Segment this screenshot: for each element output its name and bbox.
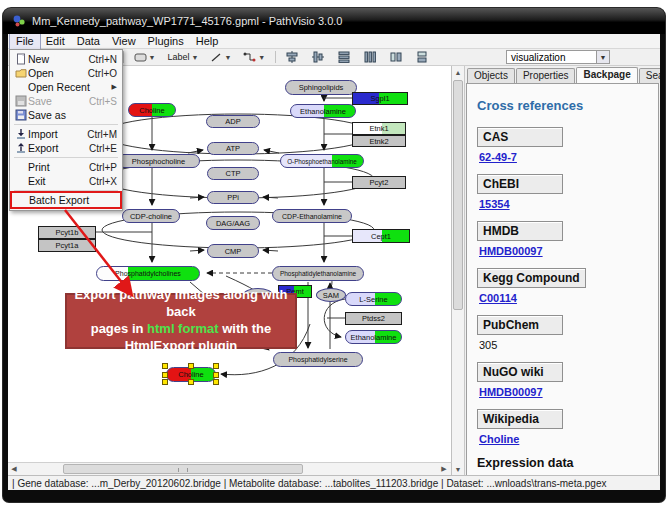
callout-line3: HtmlExport plugin bbox=[125, 338, 238, 353]
pathway-node-sgpl1[interactable]: Sgpl1 bbox=[352, 92, 408, 105]
horizontal-scrollbar[interactable]: ◀ ▶ bbox=[8, 462, 452, 475]
window-title: Mm_Kennedy_pathway_WP1771_45176.gpml - P… bbox=[32, 15, 342, 27]
file-menu-item-open[interactable]: OpenCtrl+O bbox=[11, 66, 121, 80]
menubar-item-file[interactable]: File bbox=[10, 34, 40, 49]
selection-handle[interactable] bbox=[213, 372, 219, 378]
menu-item-label: Export bbox=[28, 142, 89, 154]
pathway-node-cmp[interactable]: CMP bbox=[207, 244, 259, 258]
pathway-node-atp[interactable]: ATP bbox=[207, 142, 259, 155]
selection-handle[interactable] bbox=[162, 379, 168, 385]
chevron-down-icon[interactable]: ▼ bbox=[596, 51, 609, 63]
crossref-link[interactable]: 62-49-7 bbox=[479, 151, 517, 163]
pathway-node-adp[interactable]: ADP bbox=[206, 115, 260, 128]
vertical-scrollbar[interactable]: ▲ ▼ bbox=[452, 66, 465, 475]
file-menu-item-save[interactable]: SaveCtrl+S bbox=[11, 94, 121, 108]
pathway-node-pcyt2[interactable]: Pcyt2 bbox=[352, 176, 406, 189]
horizontal-scroll-thumb[interactable] bbox=[63, 464, 303, 474]
export-icon bbox=[15, 142, 27, 154]
align-horizontal-center-button[interactable] bbox=[308, 49, 328, 65]
app-icon bbox=[12, 14, 26, 28]
callout-line2a: pages in bbox=[91, 321, 147, 336]
file-menu-item-import[interactable]: ImportCtrl+M bbox=[11, 127, 121, 141]
pathway-node-pcyt1b[interactable]: Pcyt1b bbox=[38, 226, 96, 239]
scroll-right-icon[interactable]: ▶ bbox=[438, 463, 450, 475]
selection-handle[interactable] bbox=[162, 372, 168, 378]
line-tool-button[interactable]: ▼ bbox=[206, 50, 235, 65]
align-vertical-center-button[interactable] bbox=[282, 49, 302, 65]
scroll-left-icon[interactable]: ◀ bbox=[8, 463, 20, 475]
pathway-node-phosphocholine[interactable]: Phosphocholine bbox=[117, 154, 200, 168]
crossref-section-chebi: ChEBI15354 bbox=[477, 174, 648, 210]
annotation-callout: Export pathway images along with back pa… bbox=[65, 293, 297, 349]
menubar-item-edit[interactable]: Edit bbox=[40, 34, 71, 49]
label-tool-button[interactable]: Label ▼ bbox=[163, 50, 202, 64]
pathway-node-ppi[interactable]: PPi bbox=[207, 191, 259, 204]
file-menu-item-batch-export[interactable]: Batch Export bbox=[12, 193, 120, 207]
pathway-node-ctp[interactable]: CTP bbox=[207, 167, 259, 180]
pathway-node-sphingolipids[interactable]: Sphingolipids bbox=[285, 80, 357, 95]
file-menu-item-exit[interactable]: ExitCtrl+X bbox=[11, 174, 121, 188]
pathway-node-ptdss2[interactable]: Ptdss2 bbox=[345, 312, 402, 325]
pathway-node-dag-aag[interactable]: DAG/AAG bbox=[206, 216, 260, 230]
pathway-node-o-phosphoethanolamine[interactable]: O-Phosphoethanolamine bbox=[280, 154, 364, 168]
common-width-icon bbox=[416, 51, 428, 63]
tab-backpage[interactable]: Backpage bbox=[576, 67, 637, 83]
common-height-button[interactable] bbox=[386, 49, 406, 65]
pathway-node-cept1[interactable]: Cept1 bbox=[352, 229, 410, 243]
menubar-item-data[interactable]: Data bbox=[71, 34, 106, 49]
new-file-icon bbox=[15, 53, 27, 65]
crossref-link[interactable]: 15354 bbox=[479, 198, 510, 210]
selection-handle[interactable] bbox=[213, 379, 219, 385]
tab-search[interactable]: Search bbox=[639, 68, 660, 83]
scroll-up-icon[interactable]: ▲ bbox=[452, 66, 464, 78]
crossref-link[interactable]: HMDB00097 bbox=[479, 245, 543, 257]
file-menu-item-print[interactable]: PrintCtrl+P bbox=[11, 160, 121, 174]
status-bar: | Gene database: ...m_Derby_20120602.bri… bbox=[8, 475, 660, 490]
menubar-item-view[interactable]: View bbox=[106, 34, 142, 49]
tab-properties[interactable]: Properties bbox=[516, 68, 576, 83]
pathway-node-sam[interactable]: SAM bbox=[316, 288, 346, 302]
callout-highlight: html format bbox=[147, 321, 219, 336]
selection-handle[interactable] bbox=[188, 363, 194, 369]
distribute-columns-button[interactable] bbox=[360, 49, 380, 65]
connector-tool-button[interactable]: ▼ bbox=[239, 50, 269, 65]
submenu-arrow-icon: ▶ bbox=[112, 83, 117, 91]
crossref-link[interactable]: HMDB00097 bbox=[479, 386, 543, 398]
selection-handle[interactable] bbox=[188, 379, 194, 385]
menubar-item-help[interactable]: Help bbox=[190, 34, 225, 49]
pathway-node-etnk2[interactable]: Etnk2 bbox=[352, 135, 406, 147]
pathway-node-l-serine[interactable]: L-Serine bbox=[345, 292, 402, 306]
common-width-button[interactable] bbox=[412, 49, 432, 65]
pathway-node-ethanolamine[interactable]: Ethanolamine bbox=[290, 104, 356, 118]
menu-item-label: Open bbox=[28, 67, 88, 79]
pathway-node-phosphatidylethanolamine[interactable]: Phosphatidylethanolamine bbox=[272, 266, 364, 281]
pathway-node-choline[interactable]: Choline bbox=[128, 103, 176, 117]
pathway-node-phosphatidylcholines[interactable]: Phosphatidylcholines bbox=[96, 266, 200, 281]
visualization-value: visualization bbox=[511, 52, 592, 63]
menubar-item-plugins[interactable]: Plugins bbox=[142, 34, 190, 49]
selection-handle[interactable] bbox=[213, 363, 219, 369]
pathway-node-pcyt1a[interactable]: Pcyt1a bbox=[38, 239, 96, 252]
menu-separator bbox=[14, 190, 118, 191]
file-menu-item-save-as[interactable]: Save as bbox=[11, 108, 121, 122]
pathway-node-cdp-choline[interactable]: CDP-choline bbox=[122, 209, 180, 223]
crossref-link[interactable]: C00114 bbox=[479, 292, 517, 304]
pathway-node-cdp-ethanolamine[interactable]: CDP-Ethanolamine bbox=[272, 209, 352, 223]
vertical-scroll-thumb[interactable] bbox=[453, 80, 463, 310]
file-menu-item-export[interactable]: ExportCtrl+E bbox=[11, 141, 121, 155]
file-menu-item-new[interactable]: NewCtrl+N bbox=[11, 52, 121, 66]
scroll-down-icon[interactable]: ▼ bbox=[452, 463, 464, 475]
pathway-node-etnk1[interactable]: Etnk1 bbox=[352, 122, 406, 135]
graphics-tool-button[interactable]: ▼ bbox=[130, 50, 160, 65]
crossref-link[interactable]: Choline bbox=[479, 433, 519, 445]
crossref-section-kegg-compound: Kegg CompoundC00114 bbox=[477, 268, 648, 304]
visualization-combobox[interactable]: visualization ▼ bbox=[506, 50, 610, 64]
callout-line1: Export pathway images along with back bbox=[74, 287, 287, 319]
crossref-section-pubchem: PubChem305 bbox=[477, 315, 648, 351]
distribute-rows-button[interactable] bbox=[334, 49, 354, 65]
pathway-node-ethanolamine[interactable]: Ethanolamine bbox=[345, 330, 402, 344]
selection-handle[interactable] bbox=[162, 363, 168, 369]
file-menu-item-open-recent[interactable]: Open Recent▶ bbox=[11, 80, 121, 94]
menu-item-label: Import bbox=[28, 128, 87, 140]
tab-objects[interactable]: Objects bbox=[467, 68, 515, 83]
